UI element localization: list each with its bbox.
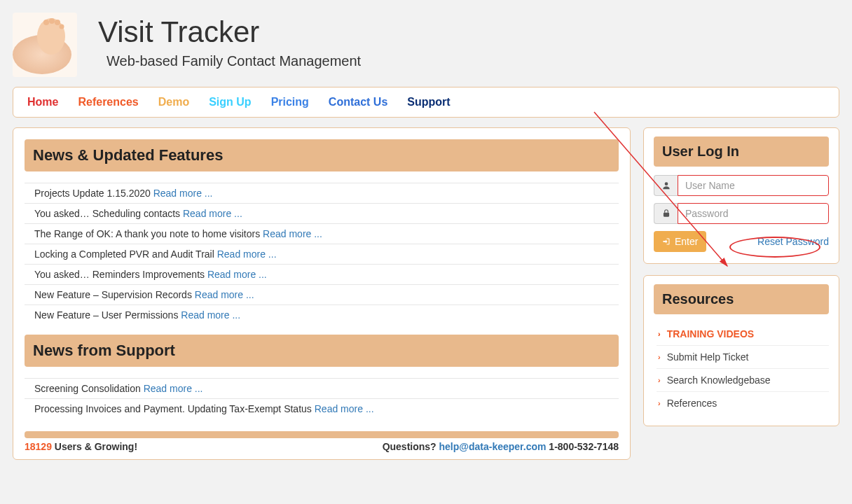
chevron-right-icon: ››: [658, 377, 659, 384]
nav-pricing[interactable]: Pricing: [271, 96, 309, 108]
resources-list: ›› TRAINING VIDEOS ›› Submit Help Ticket…: [654, 323, 829, 414]
news-item: Screening Consolidation Read more ...: [25, 378, 619, 398]
questions-label: Questions?: [383, 441, 439, 452]
nav-contact-us[interactable]: Contact Us: [329, 96, 387, 108]
news-item: Projects Update 1.15.2020 Read more ...: [25, 183, 619, 203]
resources-panel: Resources ›› TRAINING VIDEOS ›› Submit H…: [643, 275, 839, 426]
brand-header: Visit Tracker Web-based Family Contact M…: [13, 13, 839, 77]
news-item: Locking a Completed PVR and Audit Trail …: [25, 244, 619, 264]
news-item: New Feature – Supervision Records Read m…: [25, 284, 619, 304]
svg-point-4: [49, 18, 55, 24]
chevron-right-icon: ››: [658, 330, 659, 338]
svg-rect-8: [663, 213, 668, 217]
news-item-title: Projects Update 1.15.2020: [34, 188, 151, 199]
chevron-right-icon: ››: [658, 400, 659, 407]
news-item: You asked… Scheduling contacts Read more…: [25, 203, 619, 223]
news-item: Processing Invoices and Payment. Updatin…: [25, 398, 619, 419]
username-row: [654, 175, 829, 196]
news-item-title: Processing Invoices and Payment. Updatin…: [34, 403, 312, 414]
main-nav-panel: Home References Demo Sign Up Pricing Con…: [13, 87, 839, 118]
resource-label: Search Knowledgebase: [667, 374, 771, 386]
login-panel: User Log In Enter: [643, 127, 839, 264]
read-more-link[interactable]: Read more ...: [144, 383, 203, 394]
horizontal-scrollbar[interactable]: [25, 431, 619, 438]
section-header-resources: Resources: [654, 284, 829, 314]
svg-point-3: [43, 20, 49, 25]
resource-label: References: [667, 398, 717, 409]
users-growing-label: 18129 Users & Growing!: [25, 441, 137, 452]
news-item: New Feature – User Permissions Read more…: [25, 304, 619, 325]
enter-button-label: Enter: [675, 236, 698, 247]
news-item-title: Locking a Completed PVR and Audit Trail: [34, 248, 214, 260]
read-more-link[interactable]: Read more ...: [217, 248, 277, 260]
news-item-title: The Range of OK: A thank you note to hom…: [34, 228, 260, 239]
chevron-right-icon: ››: [658, 354, 659, 361]
news-item-title: Screening Consolidation: [34, 383, 141, 394]
nav-references[interactable]: References: [78, 96, 138, 108]
resource-item-references[interactable]: ›› References: [657, 392, 829, 414]
brand-subtitle: Web-based Family Contact Management: [106, 53, 361, 69]
news-item: The Range of OK: A thank you note to hom…: [25, 223, 619, 244]
users-count: 18129: [25, 441, 52, 452]
contact-phone: 1-800-532-7148: [546, 441, 619, 452]
news-item-title: You asked… Scheduling contacts: [34, 208, 180, 219]
read-more-link[interactable]: Read more ...: [315, 403, 374, 414]
password-row: [654, 203, 829, 224]
resource-item-search-kb[interactable]: ›› Search Knowledgebase: [657, 369, 829, 392]
svg-point-5: [55, 20, 60, 25]
svg-point-7: [664, 182, 668, 186]
nav-support[interactable]: Support: [407, 96, 450, 108]
password-input[interactable]: [678, 203, 829, 224]
main-nav: Home References Demo Sign Up Pricing Con…: [27, 96, 825, 108]
nav-signup[interactable]: Sign Up: [209, 96, 251, 108]
news-features-list: Projects Update 1.15.2020 Read more ... …: [25, 183, 619, 325]
read-more-link[interactable]: Read more ...: [207, 269, 267, 280]
contact-email-link[interactable]: help@data-keeper.com: [439, 441, 547, 452]
enter-button[interactable]: Enter: [654, 231, 706, 252]
footer-questions: Questions? help@data-keeper.com 1-800-53…: [383, 441, 619, 452]
news-item: You asked… Reminders Improvements Read m…: [25, 264, 619, 284]
reset-password-link[interactable]: Reset Password: [757, 236, 829, 247]
section-header-news-support: News from Support: [25, 335, 619, 367]
resource-item-training-videos[interactable]: ›› TRAINING VIDEOS: [657, 323, 829, 346]
read-more-link[interactable]: Read more ...: [183, 208, 242, 219]
main-content-panel: News & Updated Features Projects Update …: [13, 127, 631, 460]
section-header-login: User Log In: [654, 136, 829, 167]
read-more-link[interactable]: Read more ...: [263, 228, 322, 239]
news-item-title: New Feature – Supervision Records: [34, 289, 192, 300]
news-item-title: New Feature – User Permissions: [34, 309, 178, 321]
resource-label: TRAINING VIDEOS: [667, 328, 754, 340]
news-support-list: Screening Consolidation Read more ... Pr…: [25, 378, 619, 419]
brand-title: Visit Tracker: [98, 15, 361, 49]
news-item-title: You asked… Reminders Improvements: [34, 269, 205, 280]
read-more-link[interactable]: Read more ...: [153, 188, 213, 199]
users-text: Users & Growing!: [52, 441, 137, 452]
section-header-news-features: News & Updated Features: [25, 139, 619, 172]
svg-point-6: [60, 24, 64, 29]
read-more-link[interactable]: Read more ...: [195, 289, 254, 300]
nav-home[interactable]: Home: [27, 96, 58, 108]
logo-image: [13, 13, 77, 77]
username-input[interactable]: [678, 175, 829, 196]
login-icon: [662, 237, 671, 246]
lock-icon: [654, 203, 678, 224]
resource-item-submit-ticket[interactable]: ›› Submit Help Ticket: [657, 346, 829, 369]
nav-demo[interactable]: Demo: [158, 96, 189, 108]
read-more-link[interactable]: Read more ...: [181, 309, 240, 321]
footer-row: 18129 Users & Growing! Questions? help@d…: [25, 441, 619, 452]
resource-label: Submit Help Ticket: [667, 351, 749, 363]
user-icon: [654, 175, 678, 196]
